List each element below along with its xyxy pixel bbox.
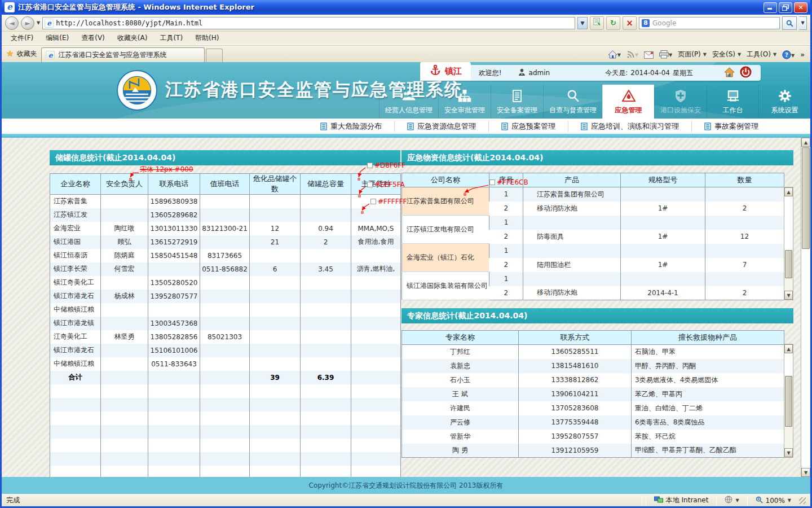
nav-emergency-management[interactable]: 应急管理	[602, 85, 654, 119]
cell	[50, 384, 101, 398]
tab-title: 江苏省港口安全监管与应急管理系统	[58, 50, 166, 60]
region-tab[interactable]: 镇江	[420, 62, 471, 81]
scroll-thumb[interactable]	[802, 147, 810, 249]
favorites-button[interactable]: ★ 收藏夹	[4, 49, 41, 62]
address-input[interactable]: e http://localhost:8080/yjpt/Main.html	[42, 17, 575, 29]
table-row: 镇江李长荣 何雪宏 0511-856882 6 3.45 沥青,燃料油,	[50, 262, 401, 276]
search-button[interactable]	[782, 16, 797, 30]
menu-edit[interactable]: 编辑(E)	[40, 32, 74, 45]
expert-table: 专家名称 联系方式 擅长救援物种产品 丁邦红 13605285511 石脑油、甲…	[401, 330, 784, 458]
logout-power-icon[interactable]	[740, 66, 752, 80]
page-menu-button[interactable]: 页面(P)▼	[678, 50, 707, 59]
subnav-training-drills[interactable]: 应急培训、演练和演习管理	[568, 121, 691, 132]
stop-button[interactable]: ×	[623, 16, 637, 30]
cell: 13775359448	[519, 415, 632, 430]
cell: 6	[250, 262, 301, 276]
cell: 苯胺、环己烷	[632, 430, 784, 444]
scroll-up-icon[interactable]: ▲	[784, 344, 793, 353]
cell	[621, 216, 705, 230]
cell: 镇江港国	[50, 235, 101, 249]
nav-operator-info[interactable]: 经营人信息管理	[379, 85, 438, 119]
nav-workbench[interactable]: 工作台	[707, 85, 758, 119]
back-button[interactable]: ◄	[5, 16, 19, 30]
table-row: 中储粮镇江粮 0511-833643	[50, 357, 401, 371]
scroll-down-icon[interactable]: ▼	[801, 468, 810, 477]
menu-help[interactable]: 帮助(H)	[189, 32, 224, 45]
menu-favorites[interactable]: 收藏夹(A)	[112, 32, 153, 45]
restore-button[interactable]	[779, 2, 792, 13]
scroll-up-icon[interactable]: ▲	[801, 138, 810, 147]
search-input[interactable]: 8 Google	[639, 17, 780, 29]
security-menu-button[interactable]: 安全(S)▼	[712, 50, 741, 59]
menu-file[interactable]: 文件(F)	[5, 32, 39, 45]
cell	[351, 208, 401, 222]
scroll-thumb[interactable]	[785, 376, 792, 427]
feeds-button[interactable]: ▼	[626, 50, 638, 59]
history-dropdown-icon[interactable]: ▼	[37, 20, 40, 25]
col-header: 联系电话	[148, 174, 200, 195]
toolbar-overflow-button[interactable]: »	[800, 51, 805, 59]
subnav-emergency-plans[interactable]: 应急预案管理	[488, 121, 568, 132]
address-dropdown[interactable]: ▼	[577, 17, 588, 29]
menu-tools[interactable]: 工具(T)	[154, 32, 188, 45]
nav-safety-approval[interactable]: 安全审批管理	[438, 85, 491, 119]
zoom-icon	[756, 496, 763, 505]
cell	[621, 244, 705, 258]
cell: 13605285511	[519, 345, 632, 359]
close-button[interactable]: ✕	[794, 2, 807, 13]
cell: 12	[250, 222, 301, 235]
new-tab-button[interactable]	[206, 49, 223, 62]
company-cell: 镇江港国际集装箱有限公司	[402, 272, 489, 300]
resize-grip[interactable]	[799, 497, 806, 504]
cell: 合计	[50, 371, 101, 384]
cell	[101, 317, 148, 330]
scroll-thumb[interactable]	[785, 250, 792, 278]
scroll-down-icon[interactable]: ▼	[784, 448, 793, 457]
table-row: 镇江港国际集装箱有限公司 1	[402, 272, 784, 286]
expert-scrollbar[interactable]: ▲ ▼	[784, 344, 793, 458]
cell: 13003457368	[148, 317, 200, 330]
print-button[interactable]: ▼	[659, 50, 672, 59]
search-dropdown[interactable]: ▼	[799, 16, 807, 30]
cell: 83173665	[200, 249, 250, 262]
cell	[101, 195, 148, 208]
subnav-emergency-resources[interactable]: 应急资源信息管理	[394, 121, 488, 132]
cell	[621, 272, 705, 286]
menu-view[interactable]: 查看(V)	[76, 32, 111, 45]
refresh-button[interactable]: ↻	[606, 16, 620, 30]
page-scrollbar[interactable]: ▲ ▼	[801, 138, 810, 477]
cell	[148, 411, 200, 425]
subnav-hazard-distribution[interactable]: 重大危险源分布	[308, 121, 394, 132]
cell: 镇江市港龙镇	[50, 317, 101, 330]
home-button[interactable]: ▼	[608, 50, 621, 59]
nav-safety-filing[interactable]: 安全备案管理	[491, 85, 543, 119]
supply-group: 江苏镇江发电有限公司 1 2 防毒面具 1# 12	[402, 216, 784, 244]
browser-tab[interactable]: e 江苏省港口安全监管与应急管理系统	[41, 47, 205, 62]
cell: 85021303	[200, 330, 250, 344]
help-button[interactable]: ?▼	[782, 50, 795, 59]
tank-table-header: 企业名称 安全负责人 联系电话 值班电话 危化品储罐个数 储罐总容量 主要货种	[50, 174, 401, 195]
cell	[301, 330, 351, 344]
cell: MMA,MO,S	[351, 222, 401, 235]
compatibility-view-button[interactable]	[590, 16, 604, 30]
tools-menu-button[interactable]: 工具(O)▼	[747, 50, 776, 59]
scroll-down-icon[interactable]: ▼	[784, 291, 793, 300]
table-row: 陶 勇 13912105959 甲缩醛、甲基异丁基酮、乙酸乙酯	[402, 444, 784, 458]
nav-system-settings[interactable]: 系统设置	[758, 85, 810, 119]
forward-button[interactable]: ►	[21, 16, 34, 30]
nav-self-inspection[interactable]: 自查与督查管理	[543, 85, 602, 119]
supplies-scrollbar[interactable]: ▲ ▼	[784, 187, 793, 300]
cell	[50, 411, 101, 425]
cell	[50, 398, 101, 411]
google-icon: 8	[642, 19, 650, 27]
teal-divider	[2, 134, 810, 138]
subnav-accident-cases[interactable]: 事故案例管理	[691, 121, 771, 132]
scroll-up-icon[interactable]: ▲	[784, 187, 793, 196]
cell	[250, 384, 301, 398]
home-shortcut-icon[interactable]	[723, 67, 735, 80]
protected-mode-button[interactable]: ▼	[720, 496, 743, 505]
nav-port-facility-security[interactable]: 港口设施保安	[654, 85, 707, 119]
zoom-control[interactable]: 100% ▼	[751, 496, 796, 505]
minimize-button[interactable]	[764, 2, 777, 13]
read-mail-button[interactable]	[644, 51, 654, 59]
